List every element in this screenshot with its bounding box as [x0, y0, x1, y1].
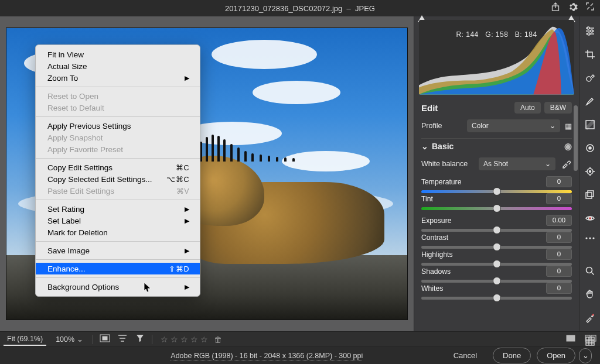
- shortcut-label: ⌥⌘C: [166, 175, 189, 184]
- menu-item-apply-previous-settings[interactable]: Apply Previous Settings: [36, 120, 200, 132]
- menu-item-enhance[interactable]: Enhance...⇧⌘D: [36, 263, 200, 274]
- slider-track[interactable]: [421, 207, 572, 210]
- star-icon[interactable]: ☆: [200, 335, 208, 344]
- edit-title: Edit: [421, 103, 438, 113]
- svg-point-2: [591, 30, 593, 32]
- trash-icon[interactable]: 🗑: [214, 335, 222, 344]
- auto-button[interactable]: Auto: [514, 102, 541, 114]
- slider-label: Exposure: [421, 217, 452, 225]
- star-icon[interactable]: ☆: [161, 335, 168, 344]
- share-icon[interactable]: [551, 2, 560, 13]
- slider-value[interactable]: 0: [546, 176, 572, 187]
- slider-track[interactable]: [421, 263, 572, 266]
- window-title: 20171230_072836_DSC02072.jpg – JPEG: [225, 4, 375, 13]
- menu-item-mark-for-deletion[interactable]: Mark for Deletion: [36, 226, 200, 238]
- slider-tint: Tint0: [421, 193, 572, 210]
- target-adjustment-icon[interactable]: [584, 166, 596, 177]
- slider-track[interactable]: [421, 246, 572, 249]
- slider-knob[interactable]: [493, 260, 501, 268]
- slider-track[interactable]: [421, 280, 572, 283]
- healing-brush-icon[interactable]: [584, 73, 596, 83]
- zoom-icon[interactable]: [584, 266, 596, 276]
- menu-item-copy-edit-settings[interactable]: Copy Edit Settings⌘C: [36, 162, 200, 173]
- histogram[interactable]: R: 144 G: 158 B: 184: [419, 20, 574, 95]
- image-viewer[interactable]: Fit in ViewActual SizeZoom To▶Reset to O…: [0, 16, 414, 331]
- before-only-icon[interactable]: [99, 334, 111, 344]
- slider-track[interactable]: [421, 297, 572, 300]
- menu-item-background-options[interactable]: Background Options▶: [36, 281, 200, 293]
- menu-item-zoom-to[interactable]: Zoom To▶: [36, 72, 200, 84]
- slider-knob[interactable]: [493, 226, 501, 234]
- bottom-toolbar: Fit (69.1%) 100% ⌄ ☆☆☆☆☆ 🗑: [0, 331, 600, 346]
- slider-knob[interactable]: [493, 277, 501, 285]
- compare-view-icon[interactable]: [585, 335, 596, 344]
- star-icon[interactable]: ☆: [190, 335, 198, 344]
- slider-knob[interactable]: [493, 204, 501, 212]
- slider-knob[interactable]: [493, 187, 501, 195]
- slider-track[interactable]: [421, 190, 572, 193]
- red-eye-icon[interactable]: [584, 213, 596, 224]
- rating-stars[interactable]: ☆☆☆☆☆ 🗑: [161, 335, 222, 344]
- star-icon[interactable]: ☆: [180, 335, 188, 344]
- open-dropdown-button[interactable]: ⌄: [579, 348, 592, 363]
- edit-panel: R: 144 G: 158 B: 184 Edit Auto: [414, 16, 579, 331]
- scrollbar-thumb[interactable]: [574, 105, 578, 171]
- visibility-toggle-icon[interactable]: ◉: [564, 141, 572, 152]
- menu-item-save-image[interactable]: Save Image▶: [36, 245, 200, 256]
- chevron-down-icon: ⌄: [550, 122, 555, 130]
- cancel-button[interactable]: Cancel: [444, 348, 487, 363]
- menu-item-fit-in-view[interactable]: Fit in View: [36, 49, 200, 60]
- more-icon[interactable]: [584, 236, 596, 240]
- edit-section: Edit Auto B&W Profile Color ⌄ ▦ ⌄ Basic …: [414, 97, 579, 331]
- slider-value[interactable]: 0.00: [546, 215, 572, 226]
- hand-icon[interactable]: [584, 289, 596, 300]
- slider-value[interactable]: 0: [546, 266, 572, 277]
- slider-value[interactable]: 0: [546, 249, 572, 260]
- presets-stack-icon[interactable]: [584, 190, 596, 200]
- panel-scrollbar[interactable]: [574, 105, 578, 325]
- filter-sort-icon[interactable]: [117, 334, 128, 344]
- single-view-icon[interactable]: [565, 335, 577, 344]
- svg-rect-21: [567, 335, 575, 341]
- slider-knob[interactable]: [493, 243, 501, 251]
- image-metadata[interactable]: Adobe RGB (1998) - 16 bit - 2048 x 1366 …: [90, 352, 444, 360]
- slider-value[interactable]: 0: [546, 232, 572, 243]
- menu-item-actual-size[interactable]: Actual Size: [36, 60, 200, 72]
- pixel-sample-icon[interactable]: [584, 313, 596, 323]
- settings-gear-icon[interactable]: [568, 2, 578, 13]
- chevron-down-icon: ⌄: [421, 142, 428, 151]
- fullscreen-icon[interactable]: [586, 2, 594, 13]
- eyedropper-icon[interactable]: [560, 158, 572, 170]
- bw-button[interactable]: B&W: [544, 102, 572, 114]
- menu-item-label: Mark for Deletion: [47, 228, 108, 237]
- adjustment-brush-icon[interactable]: [584, 96, 596, 107]
- menu-item-label: Copy Selected Edit Settings...: [47, 175, 152, 184]
- basic-section-header[interactable]: ⌄ Basic ◉: [421, 138, 572, 152]
- file-format: JPEG: [355, 4, 375, 13]
- profile-select[interactable]: Color ⌄: [467, 119, 560, 132]
- radial-gradient-icon[interactable]: [584, 143, 596, 153]
- filter-funnel-icon[interactable]: [134, 334, 146, 344]
- menu-item-set-label[interactable]: Set Label▶: [36, 215, 200, 226]
- linear-gradient-icon[interactable]: [584, 119, 596, 130]
- fit-zoom-label[interactable]: Fit (69.1%): [4, 333, 46, 346]
- submenu-arrow-icon: ▶: [185, 247, 189, 255]
- profile-browser-icon[interactable]: ▦: [565, 122, 572, 131]
- white-balance-select[interactable]: As Shot ⌄: [479, 157, 555, 170]
- done-button[interactable]: Done: [493, 348, 531, 363]
- menu-item-copy-selected-edit-settings[interactable]: Copy Selected Edit Settings...⌥⌘C: [36, 173, 200, 185]
- menu-item-set-rating[interactable]: Set Rating▶: [36, 203, 200, 215]
- svg-rect-11: [588, 191, 594, 197]
- slider-value[interactable]: 0: [546, 193, 572, 204]
- edit-sliders-icon[interactable]: [584, 26, 596, 36]
- crop-icon[interactable]: [584, 49, 596, 60]
- open-button[interactable]: Open: [537, 348, 575, 363]
- slider-value[interactable]: 0: [546, 283, 572, 294]
- star-icon[interactable]: ☆: [171, 335, 178, 344]
- zoom-select[interactable]: 100% ⌄: [52, 334, 87, 345]
- slider-exposure: Exposure0.00: [421, 215, 572, 232]
- slider-highlights: Highlights0: [421, 249, 572, 266]
- context-menu[interactable]: Fit in ViewActual SizeZoom To▶Reset to O…: [35, 44, 200, 297]
- slider-track[interactable]: [421, 229, 572, 232]
- slider-knob[interactable]: [493, 294, 501, 302]
